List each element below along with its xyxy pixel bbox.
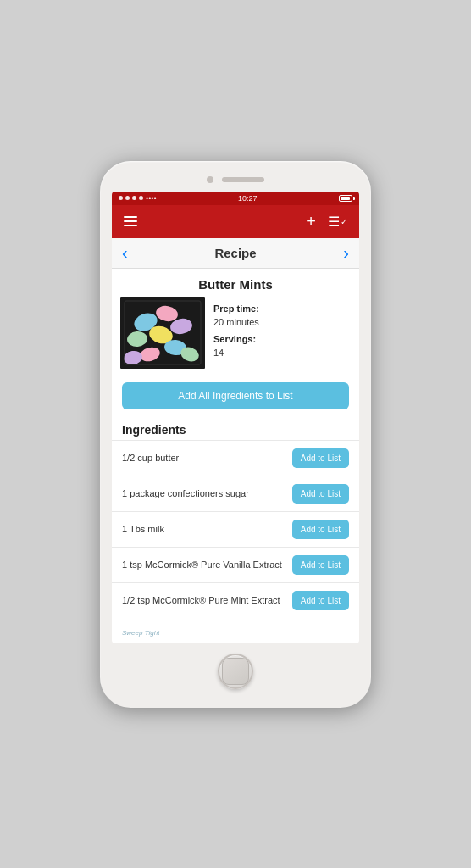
battery-icon	[339, 195, 352, 202]
forward-button[interactable]: ›	[343, 243, 349, 263]
candy-svg	[120, 297, 205, 369]
toolbar-right: + ☰ ✓	[306, 212, 347, 231]
add-to-list-button-2[interactable]: Add to List	[292, 520, 349, 539]
add-all-ingredients-button[interactable]: Add All Ingredients to List	[122, 382, 349, 409]
recipe-info-row: Prep time: 20 minutes Servings: 14	[112, 297, 359, 377]
top-toolbar: + ☰ ✓	[112, 205, 359, 238]
status-left: ••••	[119, 194, 157, 203]
ingredient-name: 1 tsp McCormick® Pure Vanilla Extract	[122, 559, 285, 570]
ingredient-row: 1 Tbs milk Add to List	[112, 511, 359, 547]
ingredient-name: 1 Tbs milk	[122, 523, 285, 535]
hamburger-icon	[124, 216, 137, 226]
phone-frame: •••• 10:27 +	[100, 161, 371, 708]
carrier-label: ••••	[146, 194, 157, 203]
plus-icon: +	[306, 212, 316, 231]
ingredient-row: 1 package confectioners sugar Add to Lis…	[112, 476, 359, 511]
servings-value: 14	[213, 348, 351, 358]
nav-title: Recipe	[214, 246, 256, 260]
list-edit-icon: ☰	[328, 214, 340, 230]
ingredient-name: 1/2 tsp McCormick® Pure Mint Extract	[122, 594, 285, 606]
status-right	[339, 195, 352, 202]
hamburger-line-3	[124, 225, 137, 226]
recipe-title: Butter Mints	[112, 269, 359, 297]
list-edit-button[interactable]: ☰ ✓	[328, 214, 347, 230]
status-bar: •••• 10:27	[112, 192, 359, 205]
add-to-list-button-1[interactable]: Add to List	[292, 484, 349, 504]
signal-4	[139, 196, 143, 200]
home-button-inner	[222, 658, 249, 685]
speaker	[222, 177, 264, 182]
add-to-list-button-3[interactable]: Add to List	[292, 555, 349, 575]
ingredient-row: 1/2 cup butter Add to List	[112, 440, 359, 476]
recipe-details: Prep time: 20 minutes Servings: 14	[213, 297, 351, 369]
nav-bar: ‹ Recipe ›	[112, 238, 359, 269]
prep-label: Prep time:	[213, 303, 351, 314]
watermark-text: Sweep Tight	[122, 629, 159, 637]
candy-background	[120, 297, 205, 369]
servings-label: Servings:	[213, 334, 351, 344]
ingredient-name: 1/2 cup butter	[122, 452, 285, 464]
hamburger-line-2	[124, 220, 137, 222]
recipe-content: Butter Mints	[112, 269, 359, 618]
recipe-image	[120, 297, 205, 369]
home-button[interactable]	[218, 654, 253, 689]
ingredient-row: 1/2 tsp McCormick® Pure Mint Extract Add…	[112, 582, 359, 618]
ingredient-name: 1 package confectioners sugar	[122, 487, 285, 499]
add-button[interactable]: +	[306, 212, 316, 231]
watermark-area: Sweep Tight	[112, 618, 359, 643]
signal-1	[119, 196, 123, 200]
add-to-list-button-4[interactable]: Add to List	[292, 591, 349, 610]
signal-3	[132, 196, 136, 200]
back-chevron-icon: ‹	[122, 243, 128, 262]
ingredient-row: 1 tsp McCormick® Pure Vanilla Extract Ad…	[112, 547, 359, 582]
add-to-list-button-0[interactable]: Add to List	[292, 448, 349, 468]
time-display: 10:27	[238, 194, 258, 203]
battery-fill	[341, 197, 350, 200]
menu-button[interactable]	[124, 216, 137, 226]
prep-value: 20 minutes	[213, 317, 351, 327]
hamburger-line-1	[124, 216, 137, 218]
checkmark-icon: ✓	[341, 217, 347, 226]
signal-2	[125, 196, 130, 200]
front-camera	[207, 176, 213, 183]
phone-top-bar	[112, 176, 359, 183]
phone-screen: •••• 10:27 +	[112, 192, 359, 643]
forward-chevron-icon: ›	[343, 243, 349, 262]
back-button[interactable]: ‹	[122, 243, 128, 263]
phone-bottom	[112, 654, 359, 689]
ingredients-section-title: Ingredients	[112, 418, 359, 440]
